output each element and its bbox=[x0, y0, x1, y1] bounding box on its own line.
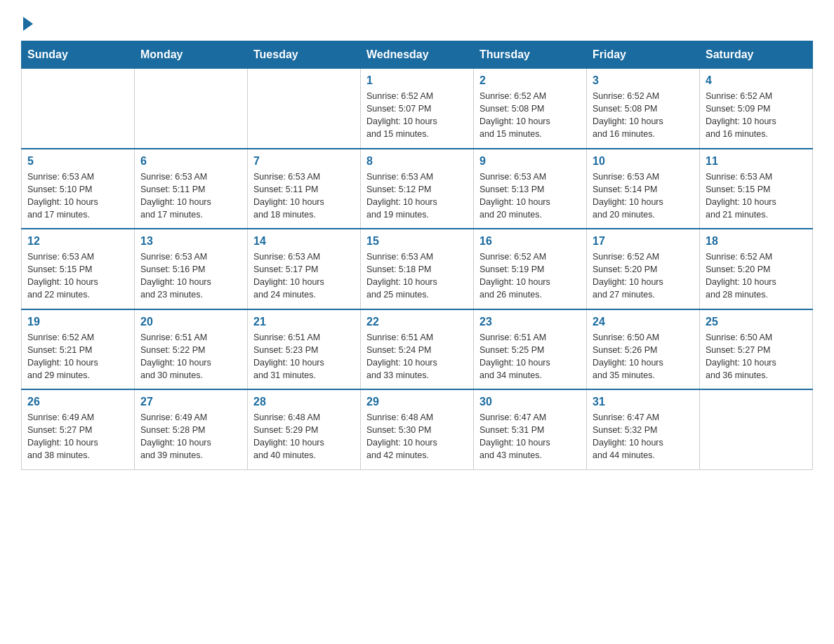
column-header-friday: Friday bbox=[587, 41, 700, 69]
day-info: Sunrise: 6:48 AM Sunset: 5:30 PM Dayligh… bbox=[366, 411, 468, 462]
day-number: 8 bbox=[366, 155, 468, 168]
calendar-cell: 4Sunrise: 6:52 AM Sunset: 5:09 PM Daylig… bbox=[700, 69, 813, 149]
calendar-cell: 14Sunrise: 6:53 AM Sunset: 5:17 PM Dayli… bbox=[248, 229, 361, 309]
day-info: Sunrise: 6:53 AM Sunset: 5:11 PM Dayligh… bbox=[140, 170, 241, 222]
day-number: 7 bbox=[253, 155, 355, 168]
column-header-thursday: Thursday bbox=[474, 41, 587, 69]
calendar-cell: 3Sunrise: 6:52 AM Sunset: 5:08 PM Daylig… bbox=[587, 69, 700, 149]
day-number: 9 bbox=[479, 155, 581, 168]
column-header-wednesday: Wednesday bbox=[361, 41, 474, 69]
day-number: 20 bbox=[140, 316, 241, 328]
day-number: 13 bbox=[140, 235, 241, 248]
day-number: 19 bbox=[27, 316, 128, 328]
calendar-cell bbox=[135, 69, 248, 149]
calendar-cell: 7Sunrise: 6:53 AM Sunset: 5:11 PM Daylig… bbox=[248, 149, 361, 229]
day-info: Sunrise: 6:53 AM Sunset: 5:13 PM Dayligh… bbox=[479, 170, 581, 222]
calendar-cell: 12Sunrise: 6:53 AM Sunset: 5:15 PM Dayli… bbox=[22, 229, 135, 309]
day-number: 4 bbox=[706, 74, 807, 87]
day-number: 25 bbox=[706, 316, 807, 328]
day-number: 23 bbox=[479, 316, 581, 328]
day-info: Sunrise: 6:53 AM Sunset: 5:16 PM Dayligh… bbox=[140, 250, 241, 302]
day-info: Sunrise: 6:50 AM Sunset: 5:27 PM Dayligh… bbox=[706, 331, 807, 382]
day-info: Sunrise: 6:53 AM Sunset: 5:17 PM Dayligh… bbox=[253, 250, 355, 302]
day-info: Sunrise: 6:51 AM Sunset: 5:23 PM Dayligh… bbox=[253, 331, 355, 382]
day-info: Sunrise: 6:53 AM Sunset: 5:10 PM Dayligh… bbox=[27, 170, 128, 222]
day-info: Sunrise: 6:52 AM Sunset: 5:08 PM Dayligh… bbox=[479, 90, 581, 141]
calendar-cell: 15Sunrise: 6:53 AM Sunset: 5:18 PM Dayli… bbox=[361, 229, 474, 309]
day-number: 30 bbox=[479, 396, 581, 408]
calendar-cell: 13Sunrise: 6:53 AM Sunset: 5:16 PM Dayli… bbox=[135, 229, 248, 309]
calendar-cell bbox=[700, 389, 813, 469]
calendar-cell: 28Sunrise: 6:48 AM Sunset: 5:29 PM Dayli… bbox=[248, 389, 361, 469]
calendar-week-row: 19Sunrise: 6:52 AM Sunset: 5:21 PM Dayli… bbox=[22, 309, 813, 390]
calendar-cell: 26Sunrise: 6:49 AM Sunset: 5:27 PM Dayli… bbox=[22, 389, 135, 469]
calendar-cell: 11Sunrise: 6:53 AM Sunset: 5:15 PM Dayli… bbox=[700, 149, 813, 229]
day-number: 6 bbox=[140, 155, 241, 168]
day-info: Sunrise: 6:52 AM Sunset: 5:20 PM Dayligh… bbox=[706, 250, 807, 302]
calendar-cell: 22Sunrise: 6:51 AM Sunset: 5:24 PM Dayli… bbox=[361, 309, 474, 390]
day-info: Sunrise: 6:53 AM Sunset: 5:12 PM Dayligh… bbox=[366, 170, 468, 222]
day-number: 18 bbox=[706, 235, 807, 248]
day-info: Sunrise: 6:53 AM Sunset: 5:18 PM Dayligh… bbox=[366, 250, 468, 302]
day-info: Sunrise: 6:52 AM Sunset: 5:08 PM Dayligh… bbox=[593, 90, 694, 141]
calendar-cell: 8Sunrise: 6:53 AM Sunset: 5:12 PM Daylig… bbox=[361, 149, 474, 229]
calendar-cell: 21Sunrise: 6:51 AM Sunset: 5:23 PM Dayli… bbox=[248, 309, 361, 390]
calendar-cell: 30Sunrise: 6:47 AM Sunset: 5:31 PM Dayli… bbox=[474, 389, 587, 469]
calendar-header-row: SundayMondayTuesdayWednesdayThursdayFrid… bbox=[22, 41, 813, 69]
day-number: 26 bbox=[27, 396, 128, 408]
calendar-cell: 20Sunrise: 6:51 AM Sunset: 5:22 PM Dayli… bbox=[135, 309, 248, 390]
day-number: 5 bbox=[27, 155, 128, 168]
calendar-cell bbox=[248, 69, 361, 149]
day-number: 17 bbox=[593, 235, 694, 248]
day-number: 28 bbox=[253, 396, 355, 408]
day-info: Sunrise: 6:47 AM Sunset: 5:31 PM Dayligh… bbox=[479, 411, 581, 462]
calendar-cell: 27Sunrise: 6:49 AM Sunset: 5:28 PM Dayli… bbox=[135, 389, 248, 469]
calendar-week-row: 12Sunrise: 6:53 AM Sunset: 5:15 PM Dayli… bbox=[22, 229, 813, 309]
column-header-sunday: Sunday bbox=[22, 41, 135, 69]
calendar-cell: 10Sunrise: 6:53 AM Sunset: 5:14 PM Dayli… bbox=[587, 149, 700, 229]
day-number: 21 bbox=[253, 316, 355, 328]
column-header-saturday: Saturday bbox=[700, 41, 813, 69]
calendar-cell: 24Sunrise: 6:50 AM Sunset: 5:26 PM Dayli… bbox=[587, 309, 700, 390]
day-info: Sunrise: 6:53 AM Sunset: 5:14 PM Dayligh… bbox=[593, 170, 694, 222]
day-number: 29 bbox=[366, 396, 468, 408]
calendar-cell: 29Sunrise: 6:48 AM Sunset: 5:30 PM Dayli… bbox=[361, 389, 474, 469]
day-info: Sunrise: 6:51 AM Sunset: 5:22 PM Dayligh… bbox=[140, 331, 241, 382]
day-info: Sunrise: 6:53 AM Sunset: 5:15 PM Dayligh… bbox=[27, 250, 128, 302]
day-number: 16 bbox=[479, 235, 581, 248]
calendar-cell: 16Sunrise: 6:52 AM Sunset: 5:19 PM Dayli… bbox=[474, 229, 587, 309]
calendar-week-row: 1Sunrise: 6:52 AM Sunset: 5:07 PM Daylig… bbox=[22, 69, 813, 149]
calendar-week-row: 5Sunrise: 6:53 AM Sunset: 5:10 PM Daylig… bbox=[22, 149, 813, 229]
day-info: Sunrise: 6:48 AM Sunset: 5:29 PM Dayligh… bbox=[253, 411, 355, 462]
day-info: Sunrise: 6:52 AM Sunset: 5:19 PM Dayligh… bbox=[479, 250, 581, 302]
day-number: 31 bbox=[593, 396, 694, 408]
day-info: Sunrise: 6:52 AM Sunset: 5:20 PM Dayligh… bbox=[593, 250, 694, 302]
day-info: Sunrise: 6:52 AM Sunset: 5:09 PM Dayligh… bbox=[706, 90, 807, 141]
column-header-monday: Monday bbox=[135, 41, 248, 69]
page-header bbox=[21, 14, 813, 28]
calendar-cell: 9Sunrise: 6:53 AM Sunset: 5:13 PM Daylig… bbox=[474, 149, 587, 229]
day-number: 2 bbox=[479, 74, 581, 87]
calendar-cell: 31Sunrise: 6:47 AM Sunset: 5:32 PM Dayli… bbox=[587, 389, 700, 469]
logo bbox=[21, 14, 33, 28]
day-number: 11 bbox=[706, 155, 807, 168]
day-number: 14 bbox=[253, 235, 355, 248]
column-header-tuesday: Tuesday bbox=[248, 41, 361, 69]
day-info: Sunrise: 6:47 AM Sunset: 5:32 PM Dayligh… bbox=[593, 411, 694, 462]
calendar-cell: 23Sunrise: 6:51 AM Sunset: 5:25 PM Dayli… bbox=[474, 309, 587, 390]
day-info: Sunrise: 6:51 AM Sunset: 5:25 PM Dayligh… bbox=[479, 331, 581, 382]
calendar-cell: 2Sunrise: 6:52 AM Sunset: 5:08 PM Daylig… bbox=[474, 69, 587, 149]
day-number: 3 bbox=[593, 74, 694, 87]
logo-arrow-icon bbox=[23, 17, 33, 31]
day-number: 10 bbox=[593, 155, 694, 168]
day-number: 22 bbox=[366, 316, 468, 328]
day-number: 1 bbox=[366, 74, 468, 87]
day-info: Sunrise: 6:52 AM Sunset: 5:21 PM Dayligh… bbox=[27, 331, 128, 382]
calendar-cell: 1Sunrise: 6:52 AM Sunset: 5:07 PM Daylig… bbox=[361, 69, 474, 149]
calendar-cell: 19Sunrise: 6:52 AM Sunset: 5:21 PM Dayli… bbox=[22, 309, 135, 390]
calendar-cell: 25Sunrise: 6:50 AM Sunset: 5:27 PM Dayli… bbox=[700, 309, 813, 390]
day-info: Sunrise: 6:53 AM Sunset: 5:11 PM Dayligh… bbox=[253, 170, 355, 222]
calendar-cell bbox=[22, 69, 135, 149]
day-info: Sunrise: 6:49 AM Sunset: 5:27 PM Dayligh… bbox=[27, 411, 128, 462]
day-info: Sunrise: 6:50 AM Sunset: 5:26 PM Dayligh… bbox=[593, 331, 694, 382]
